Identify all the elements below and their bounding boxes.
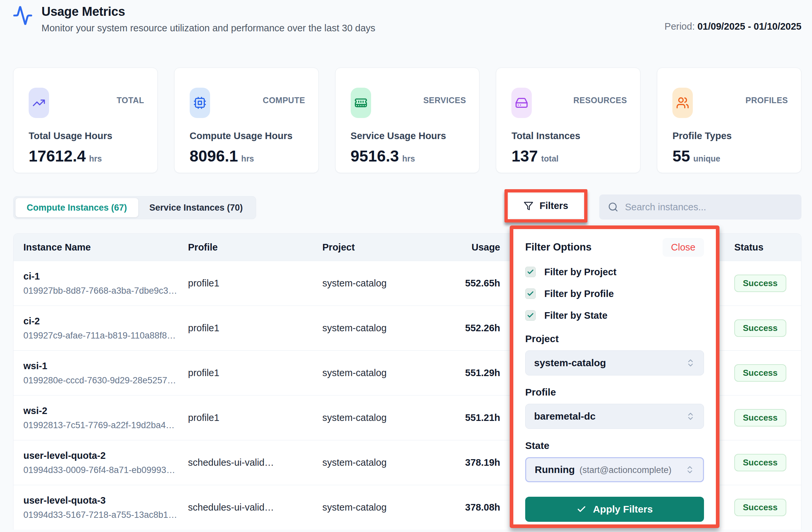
status-badge: Success xyxy=(734,454,786,471)
status-cell: Success xyxy=(734,499,791,516)
usage-cell: 552.26h xyxy=(431,323,500,334)
stat-card-tag: SERVICES xyxy=(423,96,466,105)
stat-card-value: 9516.3hrs xyxy=(351,147,415,165)
funnel-icon xyxy=(524,201,534,211)
period-value: 01/09/2025 - 01/10/2025 xyxy=(697,21,801,32)
chevrons-up-down-icon xyxy=(686,358,695,367)
select-value-suffix: (start@actioncomplete) xyxy=(580,465,672,475)
checkbox-label: Filter by Profile xyxy=(544,289,614,299)
instance-name-cell: ci-1 019927bb-8d87-7668-a3ba-7dbe9c3… xyxy=(24,271,188,296)
instance-name: wsi-2 xyxy=(24,405,188,416)
instance-name-cell: ci-2 019927c9-afae-711a-b819-110a88f8… xyxy=(24,316,188,341)
stat-card-value: 8096.1hrs xyxy=(190,147,254,165)
filters-button[interactable]: Filters xyxy=(508,193,583,219)
trending-up-icon xyxy=(29,88,49,118)
instance-name: user-level-quota-2 xyxy=(24,450,188,461)
stat-card-label: Service Usage Hours xyxy=(351,130,446,141)
status-cell: Success xyxy=(734,319,791,337)
filter-group-state: State Running(start@actioncomplete) xyxy=(525,440,704,482)
select-value: system-catalog xyxy=(534,357,606,368)
project-cell: system-catalog xyxy=(322,457,431,468)
status-badge: Success xyxy=(734,364,786,382)
select-state[interactable]: Running(start@actioncomplete) xyxy=(525,457,704,482)
users-icon xyxy=(672,88,693,118)
filter-checkbox-profile[interactable]: Filter by Profile xyxy=(525,287,704,300)
instance-id: 019927bb-8d87-7668-a3ba-7dbe9c3… xyxy=(24,286,188,296)
activity-icon xyxy=(13,5,33,28)
profile-cell: profile1 xyxy=(188,278,322,289)
select-label-profile: Profile xyxy=(525,387,704,398)
page-header: Usage Metrics Monitor your system resour… xyxy=(13,4,801,33)
filter-checkbox-state[interactable]: Filter by State xyxy=(525,309,704,322)
stat-card-tag: COMPUTE xyxy=(263,96,305,105)
close-button[interactable]: Close xyxy=(663,238,704,257)
filter-checkbox-group: Filter by Project Filter by Profile Filt… xyxy=(525,265,704,322)
column-header-instance-name: Instance Name xyxy=(24,242,188,253)
usage-cell: 378.19h xyxy=(431,457,500,468)
select-profile[interactable]: baremetal-dc xyxy=(525,404,704,429)
stat-card-total: TOTAL Total Usage Hours 17612.4hrs xyxy=(13,68,158,173)
stat-card-unit: hrs xyxy=(241,154,254,163)
instance-name-cell: user-level-quota-2 01994d33-0009-76f4-8a… xyxy=(24,450,188,475)
filter-select-group: Project system-catalog Profile baremetal… xyxy=(525,333,704,482)
column-header-project: Project xyxy=(322,242,431,253)
chevrons-up-down-icon xyxy=(686,412,695,421)
tab-compute-instances[interactable]: Compute Instances (67) xyxy=(15,198,138,217)
filters-button-label: Filters xyxy=(539,200,568,211)
search-box xyxy=(599,195,801,220)
stat-card-resources: RESOURCES Total Instances 137total xyxy=(496,68,640,173)
status-badge: Success xyxy=(734,275,786,292)
stat-card-unit: hrs xyxy=(402,154,415,163)
project-cell: system-catalog xyxy=(322,412,431,423)
stat-card-unit: unique xyxy=(694,154,721,163)
search-input[interactable] xyxy=(624,201,793,213)
status-badge: Success xyxy=(734,409,786,426)
instance-name: wsi-1 xyxy=(24,361,188,372)
instance-name-cell: wsi-1 0199280e-cccd-7630-9d29-28e5257… xyxy=(24,361,188,386)
stat-card-label: Total Usage Hours xyxy=(29,130,112,141)
column-header-usage: Usage xyxy=(431,242,500,253)
stat-card-tag: TOTAL xyxy=(117,96,144,105)
stat-card-label: Total Instances xyxy=(511,130,580,141)
profile-cell: schedules-ui-valid… xyxy=(188,457,322,468)
apply-filters-button[interactable]: Apply Filters xyxy=(525,497,704,522)
checkbox-checked-icon[interactable] xyxy=(525,267,536,277)
filter-group-profile: Profile baremetal-dc xyxy=(525,387,704,429)
checkbox-label: Filter by State xyxy=(544,310,608,321)
select-label-state: State xyxy=(525,440,704,451)
page-title: Usage Metrics xyxy=(42,5,375,19)
instance-id: 019927c9-afae-711a-b819-110a88f8… xyxy=(24,331,188,341)
stat-card-profiles: PROFILES Profile Types 55unique xyxy=(657,68,801,173)
usage-cell: 551.21h xyxy=(431,412,500,423)
project-cell: system-catalog xyxy=(322,323,431,334)
period: Period:01/09/2025 - 01/10/2025 xyxy=(665,21,801,32)
checkbox-checked-icon[interactable] xyxy=(525,310,536,321)
filter-checkbox-project[interactable]: Filter by Project xyxy=(525,265,704,279)
checkbox-label: Filter by Project xyxy=(544,267,617,278)
cpu-icon xyxy=(190,88,210,118)
instance-id: 01994d33-5167-7218-a755-13ac8b1… xyxy=(24,510,188,520)
checkbox-checked-icon[interactable] xyxy=(525,289,536,299)
usage-cell: 551.29h xyxy=(431,367,500,378)
project-cell: system-catalog xyxy=(322,367,431,378)
profile-cell: schedules-ui-valid… xyxy=(188,502,322,513)
stat-card-compute: COMPUTE Compute Usage Hours 8096.1hrs xyxy=(174,68,319,173)
select-label-project: Project xyxy=(525,333,704,345)
usage-cell: 552.65h xyxy=(431,278,500,289)
search-icon xyxy=(608,202,619,212)
stat-card-unit: total xyxy=(541,154,559,163)
select-project[interactable]: system-catalog xyxy=(525,350,704,375)
instance-id: 01992813-7c51-7769-a22f-19d2ba4… xyxy=(24,420,188,431)
usage-metrics-page: Usage Metrics Monitor your system resour… xyxy=(0,0,812,532)
instance-name: ci-2 xyxy=(24,316,188,327)
tab-service-instances[interactable]: Service Instances (70) xyxy=(138,198,254,217)
stat-card-tag: PROFILES xyxy=(745,96,788,105)
profile-cell: profile1 xyxy=(188,323,322,334)
profile-cell: profile1 xyxy=(188,412,322,423)
project-cell: system-catalog xyxy=(322,502,431,513)
project-cell: system-catalog xyxy=(322,278,431,289)
filter-panel-title: Filter Options xyxy=(525,241,592,253)
status-badge: Success xyxy=(734,499,786,516)
instance-id: 0199280e-cccd-7630-9d29-28e5257… xyxy=(24,375,188,386)
page-subtitle: Monitor your system resource utilization… xyxy=(42,23,375,33)
